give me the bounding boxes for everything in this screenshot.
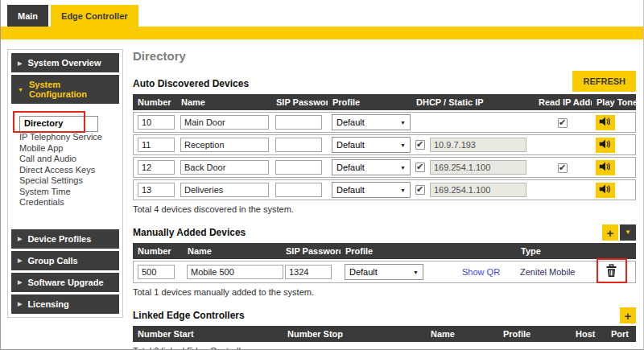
sidebar-item-software-upgrade[interactable]: ▶ Software Upgrade [11,273,119,292]
plus-icon: + [607,227,614,239]
read-ip-checkbox[interactable] [558,118,568,128]
sidebar-item-system-configuration[interactable]: ▼ System Configuration [11,75,119,104]
refresh-button[interactable]: REFRESH [572,71,636,92]
sidebar-item-group-calls[interactable]: ▶ Group Calls [11,251,119,270]
accent-bar [1,27,643,39]
show-qr-link[interactable]: Show QR [462,267,500,277]
sidebar-config-submenu: Directory IP Telephony Service Mobile Ap… [9,106,122,220]
column-header: Type [516,243,593,259]
play-tone-button[interactable] [596,138,615,153]
sidebar-item-label: Software Upgrade [27,278,103,287]
dhcp-checkbox[interactable] [415,185,425,195]
chevron-down-icon: ▼ [625,229,631,236]
table-row: Default▼ [133,134,636,155]
sidebar-item-mobile-app[interactable]: Mobile App [19,143,118,154]
section-title-manually-added: Manually Added Devices [133,227,246,241]
profile-select[interactable]: Default▼ [345,264,423,280]
chevron-down-icon: ▼ [400,142,406,148]
sip-password-input[interactable] [275,115,322,130]
manually-added-total: Total 1 devices manually added to the sy… [133,287,636,297]
sidebar-item-label: System Overview [27,58,101,68]
column-header [593,243,636,259]
speaker-icon [599,116,612,130]
sidebar-item-label: Directory [24,118,63,130]
add-linked-controller-button[interactable]: + [620,307,636,323]
name-input[interactable] [180,138,269,152]
chevron-down-icon: ▼ [400,165,406,171]
sidebar-item-credentials[interactable]: Credentials [19,197,118,208]
column-header: Profile [328,94,411,110]
sip-password-input[interactable] [275,160,322,175]
device-type-label: Zenitel Mobile [520,267,575,277]
number-input[interactable] [138,265,175,279]
static-ip-input [430,160,526,175]
table-row: Default▼ Show QR Zenitel Mobile [133,261,636,283]
main-content: Directory Auto Discovered Devices REFRES… [123,49,643,350]
sidebar-item-device-profiles[interactable]: ▶ Device Profiles [11,229,119,249]
static-ip-input [430,183,526,197]
column-header: SIP Password [281,243,341,259]
read-ip-checkbox[interactable] [558,163,568,173]
column-header: Number Start [133,326,283,342]
play-tone-button[interactable] [596,115,615,130]
chevron-right-icon: ▶ [18,60,22,66]
profile-select[interactable]: Default▼ [332,137,411,153]
trash-icon [605,264,617,280]
number-input[interactable] [138,183,175,197]
column-header: Name [426,326,498,342]
sidebar-item-label: Licensing [27,299,68,309]
sidebar-item-licensing[interactable]: ▶ Licensing [11,294,119,314]
chevron-down-icon: ▼ [413,270,419,275]
profile-select[interactable]: Default▼ [332,182,411,198]
name-input[interactable] [180,160,269,175]
sidebar-item-label: Special Settings [19,175,83,185]
column-header: Profile [341,243,458,259]
dhcp-checkbox[interactable] [415,163,425,172]
delete-device-button[interactable] [605,264,617,280]
section-title-auto-discovered: Auto Discovered Devices [133,78,249,92]
play-tone-button[interactable] [596,160,615,175]
column-header: Number [133,94,176,110]
tab-edge-controller[interactable]: Edge Controller [51,5,138,27]
dhcp-checkbox[interactable] [415,140,425,150]
sidebar-item-call-and-audio[interactable]: Call and Audio [19,154,118,165]
add-device-dropdown-button[interactable]: ▼ [620,224,636,241]
column-header: DHCP / Static IP [411,94,534,110]
sidebar-item-system-time[interactable]: System Time [19,187,118,198]
number-input[interactable] [138,138,175,152]
chevron-right-icon: ▶ [18,236,22,241]
tab-main-label: Main [18,11,38,21]
number-input[interactable] [138,160,175,175]
add-device-button[interactable]: + [602,224,618,241]
name-input[interactable] [180,183,269,197]
column-header: SIP Password [271,94,328,110]
name-input[interactable] [180,115,269,130]
sidebar-item-direct-access-keys[interactable]: Direct Access Keys [19,165,118,176]
sidebar-item-special-settings[interactable]: Special Settings [19,175,118,187]
sidebar-item-directory[interactable]: Directory [19,116,98,132]
sidebar-item-ip-telephony-service[interactable]: IP Telephony Service [19,132,118,143]
sidebar-item-label: Group Calls [27,256,77,266]
table-header-row: Number Start Number Stop Name Profile Ho… [133,326,636,342]
play-tone-button[interactable] [596,183,615,198]
number-input[interactable] [138,115,175,130]
name-input[interactable] [187,265,283,279]
sip-password-input[interactable] [275,138,322,152]
sip-password-input[interactable] [285,265,332,279]
sidebar-item-system-overview[interactable]: ▶ System Overview [11,53,119,72]
profile-select[interactable]: Default▼ [332,114,411,130]
linked-controllers-total: Total 0 linked Edge Controllers. [133,346,636,350]
column-header: Play Tone [592,94,636,110]
sidebar-spacer [9,220,122,227]
sidebar-item-label: System Configuration [29,80,113,99]
column-header: Name [183,243,281,259]
speaker-icon [599,161,612,175]
top-tab-bar: Main Edge Controller [1,0,643,27]
tab-main[interactable]: Main [7,5,48,27]
sip-password-input[interactable] [275,183,322,197]
column-header: Number Stop [283,326,426,342]
auto-discovered-total: Total 4 devices discovered in the system… [133,204,636,214]
column-header: Profile [498,326,571,342]
selected-option: Default [336,185,365,195]
profile-select[interactable]: Default▼ [332,159,411,175]
